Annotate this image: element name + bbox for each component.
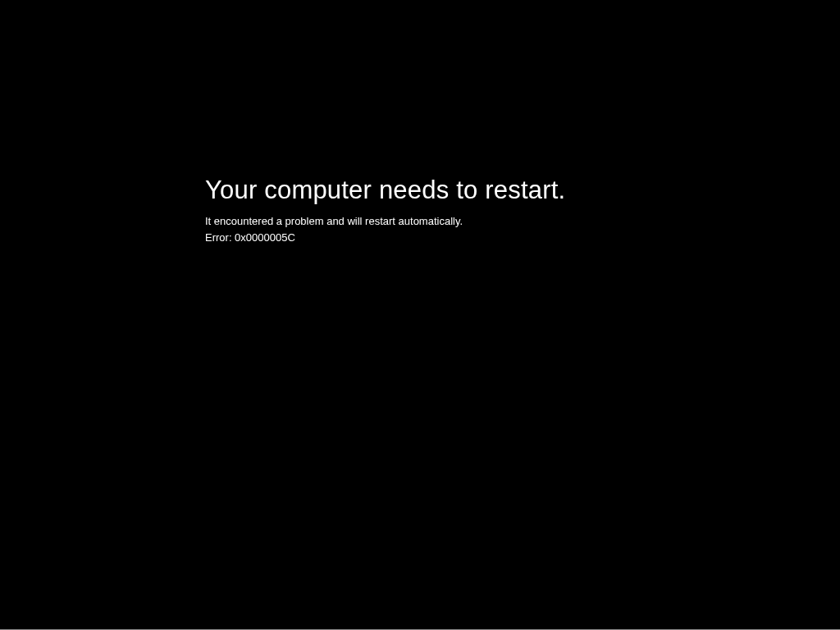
restart-error-screen: Your computer needs to restart. It encou… [205, 175, 565, 245]
error-heading: Your computer needs to restart. [205, 175, 565, 205]
error-code: Error: 0x0000005C [205, 230, 565, 246]
error-subtext: It encountered a problem and will restar… [205, 213, 565, 230]
